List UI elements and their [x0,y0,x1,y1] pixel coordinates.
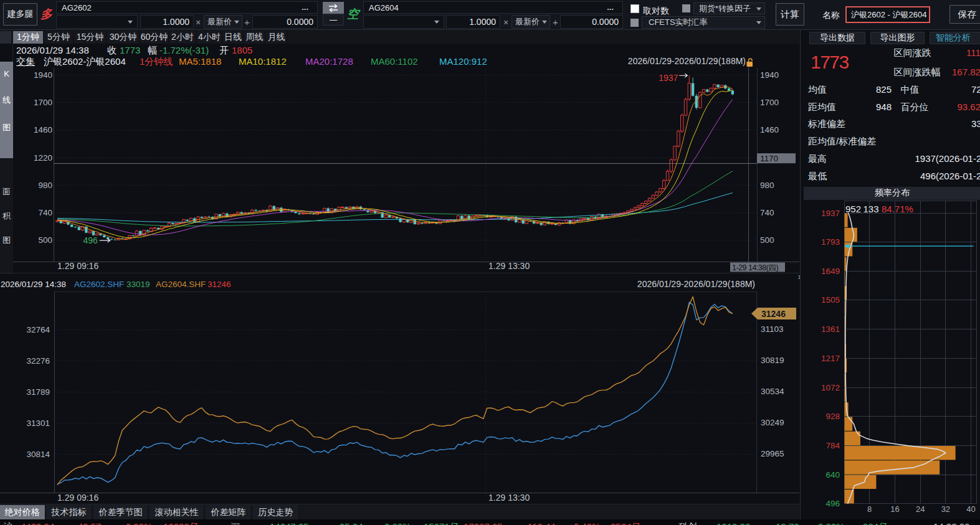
svg-text:1700: 1700 [760,98,779,107]
svg-text:1940: 1940 [760,70,779,80]
leg1-contract-value: AG2602 [62,3,92,12]
svg-text:1.29 13:30: 1.29 13:30 [488,261,530,271]
line-mode-button[interactable]: — [323,14,344,26]
timeframe-tab-2小时[interactable]: 2小时 [169,31,196,44]
timeframe-tabbar: 1分钟5分钟15分钟30分钟60分钟2小时4小时日线周线月线 [0,30,799,44]
leg1-offset-input[interactable]: 0.0000 [252,15,318,29]
caret-down-icon [128,21,133,24]
smart-analysis-button[interactable]: 智能分析 [930,32,980,44]
svg-text:1460: 1460 [34,125,52,135]
leg2-more-button[interactable]: ... [607,3,614,11]
analysis-tab-价差季节图[interactable]: 价差季节图 [93,505,148,519]
svg-text:29965: 29965 [761,449,784,458]
status-item: 深 [231,522,240,525]
analysis-tab-技术指标[interactable]: 技术指标 [46,505,92,519]
leg1-price-type-value: 最新价 [207,16,232,27]
svg-text:30814: 30814 [26,450,50,459]
factor-dropdown[interactable]: 期货*转换因子 [693,2,765,14]
leg1-price-type-dropdown[interactable]: 最新价 [204,15,242,29]
svg-text:30819: 30819 [761,356,784,365]
freq-title: 频率分布 [875,187,910,199]
stat-label-区间涨跌: 区间涨跌 [894,48,931,57]
leg1-type-dropdown[interactable] [56,15,138,29]
stat-label-中值: 中值 [901,85,920,94]
lock-icon[interactable] [747,59,753,67]
svg-text:980: 980 [760,181,774,190]
spread-analysis-window: 建多腿 多 AG2602 ... 1.0000 × 最新价 + 0.0000 —… [0,0,980,525]
kline-chart[interactable]: 1940170014601220980740500194017001460980… [0,44,799,274]
leg2-contract-value: AG2604 [369,3,399,12]
stat-label-区间涨跌幅: 区间涨跌幅 [894,67,941,77]
timeframe-tab-30分钟[interactable]: 30分钟 [107,31,140,44]
timeframe-tab-4小时[interactable]: 4小时 [197,31,222,44]
status-item: +40.57 [72,522,101,525]
log-checkbox-label: 取对数 [643,6,669,15]
leg1-contract-input[interactable]: AG2602 ... [56,1,318,14]
last-value-tag: 31246 [751,308,796,319]
analysis-tab-价差矩阵[interactable]: 价差矩阵 [206,505,252,519]
status-item: 10023亿 [163,522,199,525]
stat-value-标准偏差: 336 [971,119,980,128]
leg2-offset-input[interactable]: 0.0000 [560,15,623,29]
status-item: 14:38:00 [933,522,969,525]
svg-text:40: 40 [966,504,975,514]
timeframe-tab-日线[interactable]: 日线 [223,31,244,44]
svg-text:980: 980 [38,181,52,190]
caret-down-icon [542,21,547,24]
stat-value-区间涨跌: 1111 [966,48,980,57]
factor-checkbox[interactable] [682,4,690,12]
svg-text:500: 500 [760,235,774,245]
legs-datetime: 2026/01/29 14:38 [1,280,66,289]
stat-label-距均值: 距均值 [808,102,836,111]
name-input[interactable]: 沪银2602 - 沪银2604 [845,6,930,23]
leg1-more-button[interactable]: ... [302,3,308,11]
svg-text:1937: 1937 [659,73,678,83]
svg-text:2026/01/29-2026/01/29(188M): 2026/01/29-2026/01/29(188M) [637,279,755,289]
timeframe-tab-1分钟[interactable]: 1分钟 [13,31,44,44]
save-button[interactable]: 保存 [949,5,980,24]
svg-text:1170: 1170 [760,154,778,163]
leg2-price-type-dropdown[interactable]: 最新价 [511,15,550,29]
leg2-type-dropdown[interactable] [363,15,444,29]
freq-info-0: 952 [845,204,861,214]
calc-button[interactable]: 计算 [776,3,804,26]
timeframe-tab-5分钟[interactable]: 5分钟 [44,31,74,44]
analysis-tab-历史走势[interactable]: 历史走势 [253,505,299,519]
stat-label-标准偏差: 标准偏差 [808,119,845,128]
log-checkbox[interactable] [630,4,639,13]
leg2-multiplier-input[interactable]: 1.0000 [446,15,500,29]
swap-legs-button[interactable] [323,2,344,14]
svg-text:1.29 09:16: 1.29 09:16 [57,493,98,503]
svg-text:31301: 31301 [26,419,50,428]
svg-text:30249: 30249 [761,418,784,427]
timeframe-tab-周线[interactable]: 周线 [244,31,265,44]
timeframe-tab-60分钟[interactable]: 60分钟 [140,31,169,44]
svg-text:1940: 1940 [34,70,52,80]
leg2-plus-label: + [553,17,558,27]
leg2-times-label: × [503,18,508,27]
analysis-tab-滚动相关性[interactable]: 滚动相关性 [150,505,204,519]
svg-text:32764: 32764 [26,325,50,334]
timeframe-tab-15分钟[interactable]: 15分钟 [74,31,107,44]
timeframe-tab-月线[interactable]: 月线 [266,31,287,44]
leg2-contract-input[interactable]: AG2604 ... [363,1,623,14]
fx-checkbox[interactable] [630,19,639,27]
stat-value-均值: 825 [863,85,892,94]
status-item: -0.68% [381,522,411,525]
legs-chart[interactable]: 3276432276317893130130814311033081930534… [0,274,799,504]
legs-series1-value: 33019 [126,280,150,289]
svg-text:32: 32 [941,504,950,514]
svg-text:31246: 31246 [761,309,786,319]
export-data-button[interactable]: 导出数据 [809,32,865,44]
leg1-multiplier-value: 1.0000 [163,17,189,27]
fx-dropdown[interactable]: CFETS实时汇率 [642,16,765,29]
svg-text:740: 740 [760,208,774,217]
svg-text:1220: 1220 [34,153,52,163]
stat-label-百分位: 百分位 [901,102,929,111]
export-chart-button[interactable]: 导出图形 [870,32,925,44]
build-leg-button[interactable]: 建多腿 [3,3,37,26]
svg-text:32276: 32276 [26,356,50,366]
leg1-multiplier-input[interactable]: 1.0000 [140,15,194,29]
analysis-tab-绝对价格[interactable]: 绝对价格 [0,505,45,519]
freq-chart[interactable]: 1937179316491505136112171072928784640496… [801,200,980,519]
